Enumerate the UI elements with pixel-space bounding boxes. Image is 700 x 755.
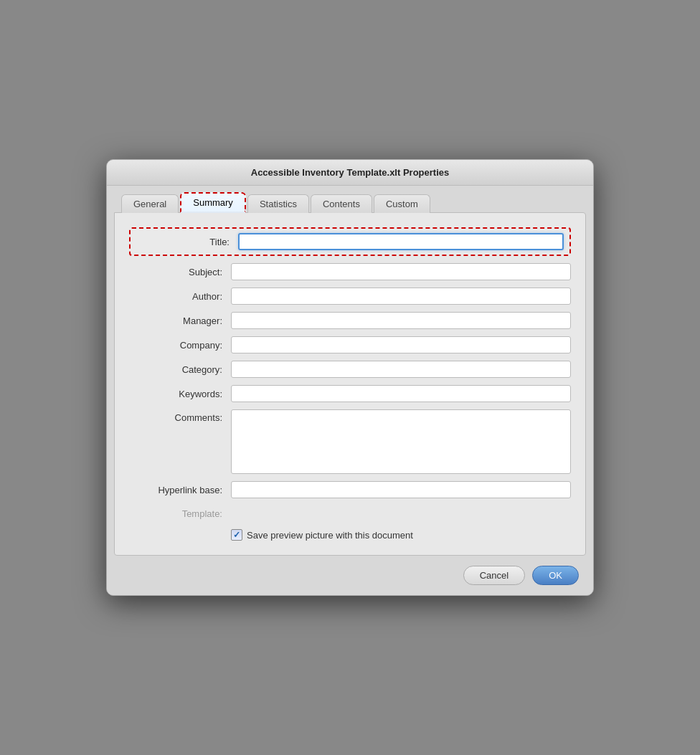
- tab-contents[interactable]: Contents: [311, 194, 372, 213]
- summary-tab-content: Title: Subject: Author: Manager: Company…: [114, 212, 586, 556]
- company-label: Company:: [129, 340, 222, 351]
- manager-row: Manager:: [129, 312, 571, 329]
- subject-input[interactable]: [231, 263, 571, 280]
- company-row: Company:: [129, 336, 571, 353]
- subject-label: Subject:: [129, 267, 222, 277]
- comments-label: Comments:: [129, 412, 222, 423]
- tab-summary[interactable]: Summary: [180, 192, 246, 213]
- cancel-button[interactable]: Cancel: [463, 566, 525, 585]
- manager-label: Manager:: [129, 315, 222, 326]
- checkbox-row: Save preview picture with this document: [231, 529, 571, 541]
- comments-textarea[interactable]: [231, 409, 571, 474]
- save-preview-checkbox-wrapper[interactable]: Save preview picture with this document: [231, 529, 413, 541]
- hyperlink-label: Hyperlink base:: [129, 485, 222, 495]
- title-input[interactable]: [238, 233, 564, 250]
- subject-row: Subject:: [129, 263, 571, 280]
- title-row: Title:: [129, 227, 571, 256]
- title-label: Title:: [136, 237, 230, 247]
- category-label: Category:: [129, 364, 222, 375]
- keywords-label: Keywords:: [129, 389, 222, 399]
- ok-button[interactable]: OK: [532, 566, 579, 585]
- author-input[interactable]: [231, 288, 571, 305]
- author-row: Author:: [129, 288, 571, 305]
- hyperlink-input[interactable]: [231, 481, 571, 498]
- tab-statistics[interactable]: Statistics: [247, 194, 309, 213]
- tab-custom[interactable]: Custom: [374, 194, 430, 213]
- dialog-title: Accessible Inventory Template.xlt Proper…: [107, 160, 593, 186]
- keywords-input[interactable]: [231, 385, 571, 402]
- properties-dialog: Accessible Inventory Template.xlt Proper…: [106, 159, 594, 596]
- template-row: Template:: [129, 508, 571, 519]
- author-label: Author:: [129, 291, 222, 302]
- category-input[interactable]: [231, 361, 571, 378]
- keywords-row: Keywords:: [129, 385, 571, 402]
- manager-input[interactable]: [231, 312, 571, 329]
- form-area: Title: Subject: Author: Manager: Company…: [129, 227, 571, 541]
- tab-general[interactable]: General: [121, 194, 179, 213]
- hyperlink-row: Hyperlink base:: [129, 481, 571, 498]
- company-input[interactable]: [231, 336, 571, 353]
- save-preview-label: Save preview picture with this document: [247, 530, 413, 541]
- tab-bar: General Summary Statistics Contents Cust…: [107, 186, 593, 212]
- category-row: Category:: [129, 361, 571, 378]
- button-row: Cancel OK: [107, 556, 593, 595]
- template-label: Template:: [129, 508, 222, 519]
- comments-row: Comments:: [129, 409, 571, 474]
- save-preview-checkbox[interactable]: [231, 529, 242, 541]
